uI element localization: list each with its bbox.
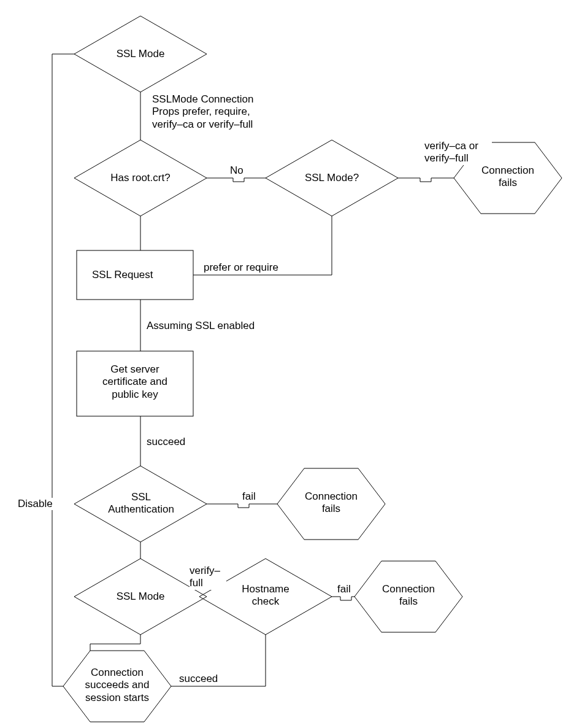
edge-label-succeed-2: succeed: [179, 673, 218, 685]
edge-hostname-to-fail3: [332, 597, 354, 600]
edge-sslmodeq-to-fail1: [398, 178, 454, 182]
edge-label-no: No: [230, 165, 243, 177]
connection-fails-3-label: Connection fails: [367, 583, 450, 608]
edge-disable: [52, 54, 74, 686]
connection-succeeds-label: Connection succeeds and session starts: [72, 667, 162, 704]
edge-label-verify-full: verify– full: [190, 565, 226, 590]
has-root-crt-label: Has root.crt?: [107, 172, 174, 184]
connection-fails-1-label: Connection fails: [466, 165, 550, 190]
edge-label-assuming-ssl: Assuming SSL enabled: [147, 320, 255, 332]
get-server-cert-label: Get server certificate and public key: [83, 363, 187, 401]
edge-sslmodebottom-to-success: [90, 635, 140, 651]
edge-sslauth-to-fail2: [207, 504, 277, 508]
edge-label-disable: Disable: [18, 498, 53, 510]
edge-label-fail-1: fail: [242, 490, 256, 503]
ssl-mode-q-label: SSL Mode?: [299, 172, 365, 184]
hostname-check-label: Hostname check: [230, 583, 301, 608]
edge-rootcrt-to-sslmodeq: [207, 178, 266, 182]
ssl-authentication-label: SSL Authentication: [105, 491, 177, 516]
ssl-mode-bottom-label: SSL Mode: [107, 591, 174, 603]
ssl-request-label: SSL Request: [92, 269, 178, 281]
ssl-mode-top-label: SSL Mode: [107, 48, 174, 60]
edge-label-sslmode-props: SSLMode Connection Props prefer, require…: [152, 93, 275, 131]
edge-label-succeed-1: succeed: [147, 436, 185, 448]
connection-fails-2-label: Connection fails: [289, 490, 373, 516]
edge-label-fail-2: fail: [337, 583, 351, 595]
edge-label-verify-ca-full: verify–ca or verify–full: [424, 140, 492, 165]
edge-label-prefer-require: prefer or require: [204, 261, 278, 274]
